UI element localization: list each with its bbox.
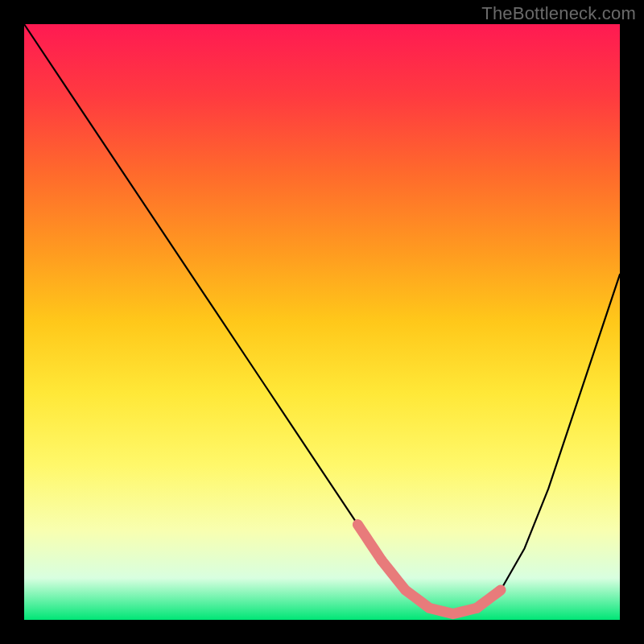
chart-frame: TheBottleneck.com	[0, 0, 644, 644]
watermark-text: TheBottleneck.com	[481, 3, 636, 24]
bottleneck-curve	[24, 24, 620, 614]
bottleneck-curve-svg	[24, 24, 620, 620]
highlight-segment-bottom	[382, 560, 477, 614]
highlight-segment-left	[357, 525, 382, 560]
highlight-segment-right	[477, 590, 501, 608]
